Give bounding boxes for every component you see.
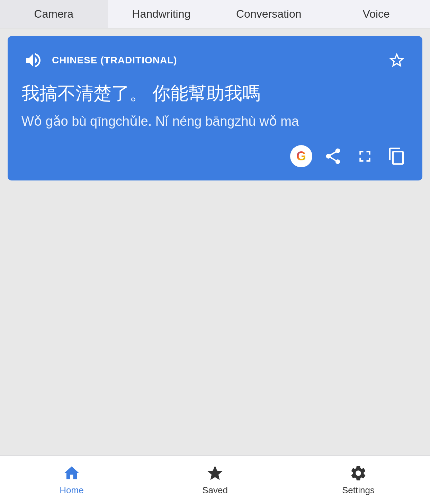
star-icon <box>388 51 406 69</box>
copy-button[interactable] <box>385 144 409 168</box>
share-icon <box>324 147 342 166</box>
speaker-icon <box>24 51 43 70</box>
google-g-icon: G <box>296 149 306 163</box>
main-content: CHINESE (TRADITIONAL) 我搞不清楚了。 你能幫助我嗎 Wǒ … <box>0 28 430 456</box>
bottom-nav-settings[interactable]: Settings <box>287 456 430 504</box>
saved-star-icon <box>206 464 224 482</box>
tab-conversation[interactable]: Conversation <box>215 0 323 28</box>
bottom-nav-home[interactable]: Home <box>0 456 143 504</box>
card-header: CHINESE (TRADITIONAL) <box>21 48 409 72</box>
card-header-left: CHINESE (TRADITIONAL) <box>21 48 177 72</box>
google-button[interactable]: G <box>289 144 313 168</box>
bottom-navigation: Home Saved Settings <box>0 456 430 504</box>
tab-camera-label: Camera <box>34 8 73 20</box>
saved-label: Saved <box>202 485 228 496</box>
tab-voice[interactable]: Voice <box>323 0 430 28</box>
google-logo: G <box>290 145 312 167</box>
speaker-button[interactable] <box>21 48 45 72</box>
bottom-nav-saved[interactable]: Saved <box>143 456 287 504</box>
translation-card: CHINESE (TRADITIONAL) 我搞不清楚了。 你能幫助我嗎 Wǒ … <box>8 36 422 180</box>
expand-icon <box>356 147 374 166</box>
settings-label: Settings <box>342 485 375 496</box>
favorite-button[interactable] <box>385 48 409 72</box>
tab-handwriting-label: Handwriting <box>132 8 190 20</box>
language-label: CHINESE (TRADITIONAL) <box>52 55 177 66</box>
settings-icon <box>349 464 367 482</box>
tab-handwriting[interactable]: Handwriting <box>108 0 215 28</box>
share-button[interactable] <box>321 144 345 168</box>
tab-conversation-label: Conversation <box>236 8 302 20</box>
romanization-text: Wǒ gǎo bù qīngchǔle. Nǐ néng bāngzhù wǒ … <box>21 112 409 131</box>
tab-voice-label: Voice <box>363 8 390 20</box>
translated-text: 我搞不清楚了。 你能幫助我嗎 <box>21 82 409 105</box>
top-navigation: Camera Handwriting Conversation Voice <box>0 0 430 28</box>
home-label: Home <box>60 485 83 496</box>
copy-icon <box>387 147 406 166</box>
card-actions: G <box>21 144 409 168</box>
tab-camera[interactable]: Camera <box>0 0 108 28</box>
expand-button[interactable] <box>353 144 377 168</box>
home-icon <box>63 464 81 482</box>
